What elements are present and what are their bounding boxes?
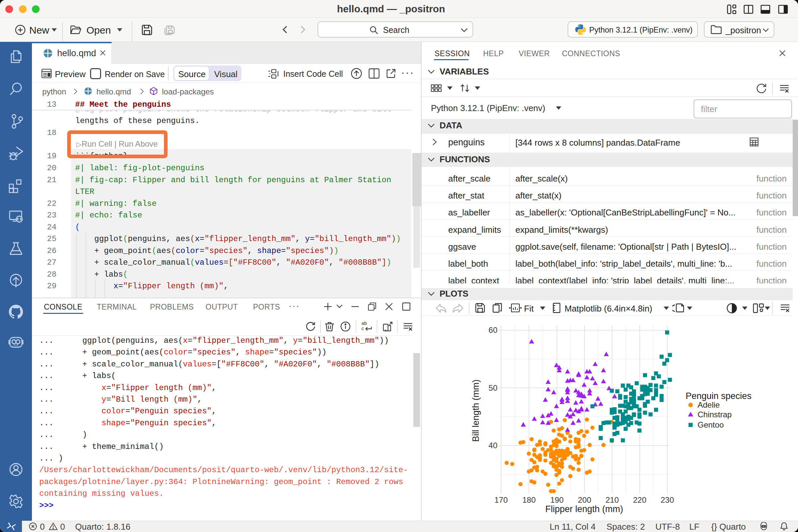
svg-text:180: 180 [522, 495, 536, 505]
svg-text:210: 210 [606, 495, 619, 505]
svg-text:Penguin species: Penguin species [686, 391, 752, 401]
svg-text:Flipper length (mm): Flipper length (mm) [545, 504, 623, 514]
svg-text:Gentoo: Gentoo [698, 420, 724, 429]
svg-text:200: 200 [578, 495, 591, 505]
svg-text:230: 230 [661, 495, 674, 505]
svg-text:50: 50 [489, 383, 497, 392]
svg-text:40: 40 [489, 441, 497, 450]
svg-text:170: 170 [494, 495, 508, 505]
svg-text:ab: ab [361, 320, 367, 326]
svg-text:190: 190 [550, 495, 564, 505]
svg-text:220: 220 [633, 495, 646, 505]
svg-text:c: c [361, 325, 364, 331]
svg-text:Adelie: Adelie [698, 400, 720, 409]
svg-text:60: 60 [489, 325, 497, 335]
svg-text:Bill length (mm): Bill length (mm) [471, 379, 481, 442]
svg-text:Chinstrap: Chinstrap [698, 410, 732, 419]
